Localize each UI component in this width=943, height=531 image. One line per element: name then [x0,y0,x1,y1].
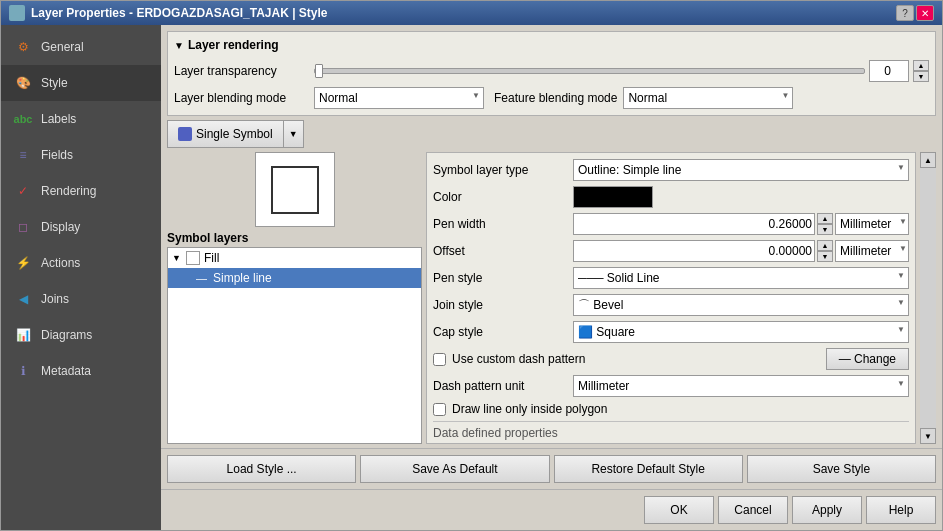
save-default-button[interactable]: Save As Default [360,455,549,483]
section-header: ▼ Layer rendering [174,38,929,52]
sidebar-item-metadata[interactable]: ℹ Metadata [1,353,161,389]
scroll-up-button[interactable]: ▲ [920,152,936,168]
cancel-button[interactable]: Cancel [718,496,788,524]
cap-style-select[interactable]: 🟦 Square [573,321,909,343]
layer-tree: ▼ Fill — Simple line [167,247,422,444]
style-icon: 🎨 [13,73,33,93]
symbol-preview-area [167,152,422,227]
draw-inside-label: Draw line only inside polygon [452,402,607,416]
tree-item-fill[interactable]: ▼ Fill [168,248,421,268]
restore-default-button[interactable]: Restore Default Style [554,455,743,483]
lower-section: Symbol layers ▼ Fill — Simple line [167,152,936,444]
sidebar-item-labels[interactable]: abc Labels [1,101,161,137]
pen-width-spinner: ▲ ▼ [817,213,833,235]
sidebar-item-fields[interactable]: ≡ Fields [1,137,161,173]
feature-blending-wrapper: NormalMultiply ▼ [623,87,793,109]
sidebar-label-joins: Joins [41,292,69,306]
transparency-spin-up[interactable]: ▲ [913,60,929,71]
draw-inside-checkbox[interactable] [433,403,446,416]
feature-blending-label: Feature blending mode [494,91,617,105]
titlebar-left: Layer Properties - ERDOGAZDASAGI_TAJAK |… [9,5,328,21]
change-button[interactable]: — Change [826,348,909,370]
symbol-type-prop-wrapper: Outline: Simple line ▼ [573,159,909,181]
right-panel: ▼ Layer rendering Layer transparency ▲ ▼ [161,25,942,530]
pen-style-row: Pen style ─── Solid Line ▼ [433,267,909,289]
sidebar-item-general[interactable]: ⚙ General [1,29,161,65]
sidebar-label-labels: Labels [41,112,76,126]
layer-blending-select[interactable]: NormalMultiplyScreen [314,87,484,109]
cap-style-wrapper: 🟦 Square ▼ [573,321,909,343]
rendering-icon: ✓ [13,181,33,201]
sidebar-item-rendering[interactable]: ✓ Rendering [1,173,161,209]
layer-blending-wrapper: NormalMultiplyScreen ▼ [314,87,484,109]
simple-line-label: Simple line [213,271,272,285]
tree-item-simple-line[interactable]: — Simple line [168,268,421,288]
draw-inside-row: Draw line only inside polygon [433,402,909,416]
bottom-toolbar: Load Style ... Save As Default Restore D… [161,448,942,489]
symbol-type-prop-row: Symbol layer type Outline: Simple line ▼ [433,159,909,181]
section-toggle-icon[interactable]: ▼ [174,40,184,51]
sidebar-item-joins[interactable]: ◀ Joins [1,281,161,317]
save-style-button[interactable]: Save Style [747,455,936,483]
joins-icon: ◀ [13,289,33,309]
sidebar-item-diagrams[interactable]: 📊 Diagrams [1,317,161,353]
pen-style-select[interactable]: ─── Solid Line [573,267,909,289]
titlebar: Layer Properties - ERDOGAZDASAGI_TAJAK |… [1,1,942,25]
transparency-spin-down[interactable]: ▼ [913,71,929,82]
symbol-type-prop-label: Symbol layer type [433,163,573,177]
offset-spinner: ▲ ▼ [817,240,833,262]
symbol-type-prop-select[interactable]: Outline: Simple line [573,159,909,181]
transparency-slider-thumb[interactable] [315,64,323,78]
sidebar-label-fields: Fields [41,148,73,162]
apply-button[interactable]: Apply [792,496,862,524]
dash-unit-select[interactable]: MillimeterPixel [573,375,909,397]
pen-style-wrapper: ─── Solid Line ▼ [573,267,909,289]
offset-input[interactable] [573,240,815,262]
custom-dash-row: Use custom dash pattern — Change [433,348,909,370]
dialog-buttons: OK Cancel Apply Help [161,489,942,530]
sidebar-item-style[interactable]: 🎨 Style [1,65,161,101]
color-swatch[interactable] [573,186,653,208]
pen-width-row: Pen width ▲ ▼ MillimeterPixel ▼ [433,213,909,235]
sidebar-item-display[interactable]: ◻ Display [1,209,161,245]
offset-row: Offset ▲ ▼ MillimeterPixel ▼ [433,240,909,262]
fill-checkbox[interactable] [186,251,200,265]
pen-width-up[interactable]: ▲ [817,213,833,224]
sidebar-label-rendering: Rendering [41,184,96,198]
pen-width-down[interactable]: ▼ [817,224,833,235]
section-title: Layer rendering [188,38,279,52]
transparency-value[interactable] [869,60,909,82]
pen-width-unit-select[interactable]: MillimeterPixel [835,213,909,235]
sidebar-label-general: General [41,40,84,54]
display-icon: ◻ [13,217,33,237]
offset-unit-wrapper: MillimeterPixel ▼ [835,240,909,262]
offset-up[interactable]: ▲ [817,240,833,251]
single-symbol-label: Single Symbol [196,127,273,141]
custom-dash-label: Use custom dash pattern [452,352,826,366]
sidebar-item-actions[interactable]: ⚡ Actions [1,245,161,281]
join-style-wrapper: ⌒ Bevel ▼ [573,294,909,316]
feature-blending-select[interactable]: NormalMultiply [623,87,793,109]
fields-icon: ≡ [13,145,33,165]
symbol-dropdown-arrow[interactable]: ▼ [283,121,303,147]
single-symbol-button[interactable]: Single Symbol [168,121,283,147]
symbol-layers-panel: Symbol layers ▼ Fill — Simple line [167,152,422,444]
pen-width-unit-wrapper: MillimeterPixel ▼ [835,213,909,235]
load-style-button[interactable]: Load Style ... [167,455,356,483]
join-style-select[interactable]: ⌒ Bevel [573,294,909,316]
scroll-down-button[interactable]: ▼ [920,428,936,444]
offset-label: Offset [433,244,573,258]
offset-unit-select[interactable]: MillimeterPixel [835,240,909,262]
help-dialog-button[interactable]: Help [866,496,936,524]
transparency-slider[interactable] [314,68,865,74]
pen-style-label: Pen style [433,271,573,285]
transparency-spinner: ▲ ▼ [913,60,929,82]
ok-button[interactable]: OK [644,496,714,524]
help-button[interactable]: ? [896,5,914,21]
cap-style-label: Cap style [433,325,573,339]
custom-dash-checkbox[interactable] [433,353,446,366]
offset-down[interactable]: ▼ [817,251,833,262]
close-button[interactable]: ✕ [916,5,934,21]
fill-label: Fill [204,251,219,265]
pen-width-input[interactable] [573,213,815,235]
